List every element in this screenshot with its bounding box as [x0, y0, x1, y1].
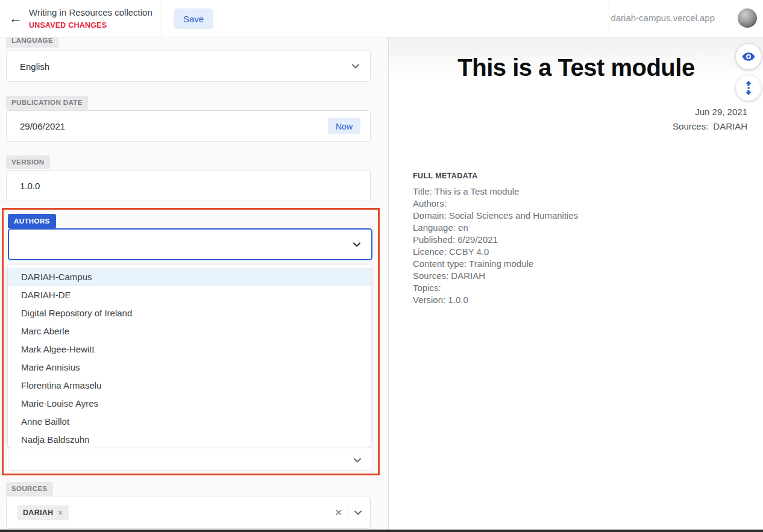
editor-form-panel: LANGUAGE English PUBLICATION DATE 29/06/… — [0, 37, 389, 532]
metadata-line: Licence: CCBY 4.0 — [413, 246, 578, 258]
chevron-down-icon — [353, 508, 363, 518]
source-tag: DARIAH✕ — [17, 505, 69, 520]
sources-select[interactable]: DARIAH✕ ✕ — [6, 496, 371, 529]
chevron-down-icon — [352, 240, 362, 249]
author-option[interactable]: Marc Aberle — [8, 322, 371, 340]
header-divider — [162, 0, 162, 37]
avatar[interactable] — [738, 8, 757, 28]
preview-panel: This is a Test module Jun 29, 2021 Sourc… — [389, 37, 763, 532]
remove-tag-icon[interactable]: ✕ — [57, 509, 63, 516]
publication-date-field-label: PUBLICATION DATE — [6, 96, 88, 110]
source-tag-label: DARIAH — [23, 508, 53, 516]
version-field-label: VERSION — [6, 155, 50, 169]
author-option[interactable]: Mark Algee-Hewitt — [8, 340, 371, 358]
metadata-line: Language: en — [413, 222, 578, 234]
metadata-line: Content type: Training module — [413, 258, 578, 270]
back-button[interactable]: ← — [7, 10, 24, 27]
metadata-line: Authors: — [413, 198, 578, 210]
back-arrow-icon: ← — [9, 11, 22, 26]
field-separator — [348, 505, 348, 521]
save-button[interactable]: Save — [174, 8, 213, 29]
author-option[interactable]: DARIAH-Campus — [8, 268, 371, 286]
chevron-down-icon — [353, 455, 362, 465]
author-option[interactable]: Anne Baillot — [8, 413, 371, 431]
authors-field-highlight: AUTHORS DARIAH-CampusDARIAH-DEDigital Re… — [2, 208, 380, 475]
full-metadata-heading: FULL METADATA — [413, 172, 478, 180]
author-option[interactable]: DARIAH-DE — [8, 286, 371, 304]
metadata-line: Published: 6/29/2021 — [413, 234, 578, 246]
site-url-link[interactable]: dariah-campus.vercel.app — [611, 13, 715, 23]
author-option[interactable]: Florentina Armaselu — [8, 377, 371, 395]
preview-date: Jun 29, 2021 — [695, 107, 747, 117]
metadata-line: Domain: Social Sciences and Humanities — [413, 210, 578, 222]
header-divider — [609, 0, 609, 37]
metadata-line: Sources: DARIAH — [413, 270, 578, 282]
clear-icon[interactable]: ✕ — [334, 507, 342, 518]
preview-sources-label: Sources: — [673, 121, 708, 131]
author-option[interactable]: Marie-Louise Ayres — [8, 395, 371, 413]
document-title: Writing in Resources collection — [29, 7, 152, 17]
full-metadata-list: Title: This is a Test moduleAuthors:Doma… — [413, 186, 578, 306]
publication-date-input[interactable]: 29/06/2021 Now — [6, 110, 371, 142]
language-field-label: LANGUAGE — [6, 37, 58, 48]
up-down-arrows-icon — [736, 80, 761, 96]
author-option[interactable]: Nadja Baldszuhn — [8, 431, 371, 448]
language-select[interactable]: English — [6, 51, 371, 82]
now-button[interactable]: Now — [328, 118, 360, 134]
bottom-edge-bar — [0, 530, 763, 532]
metadata-line: Topics: — [413, 282, 578, 294]
authors-select[interactable] — [8, 228, 372, 260]
preview-page-title: This is a Test module — [389, 54, 763, 81]
preview-sources-line: Sources:DARIAH — [673, 121, 747, 131]
metadata-line: Title: This is a Test module — [413, 186, 578, 198]
author-option[interactable]: Marie Annisius — [8, 358, 371, 377]
metadata-line: Version: 1.0.0 — [413, 294, 578, 306]
authors-dropdown-list: DARIAH-CampusDARIAH-DEDigital Repository… — [8, 265, 371, 448]
publication-date-value: 29/06/2021 — [20, 121, 65, 131]
preview-sources-value: DARIAH — [713, 121, 747, 131]
authors-field-label: AUTHORS — [8, 214, 56, 228]
unsaved-changes-badge: UNSAVED CHANGES — [29, 21, 107, 30]
sources-field-label: SOURCES — [6, 482, 53, 496]
version-input[interactable]: 1.0.0 — [6, 170, 371, 201]
author-option[interactable]: Digital Repository of Ireland — [8, 304, 371, 322]
top-bar: ← Writing in Resources collection UNSAVE… — [0, 0, 763, 37]
chevron-down-icon — [351, 61, 360, 71]
obscured-select-field[interactable] — [8, 448, 372, 471]
language-value: English — [20, 61, 49, 72]
version-value: 1.0.0 — [20, 181, 40, 191]
